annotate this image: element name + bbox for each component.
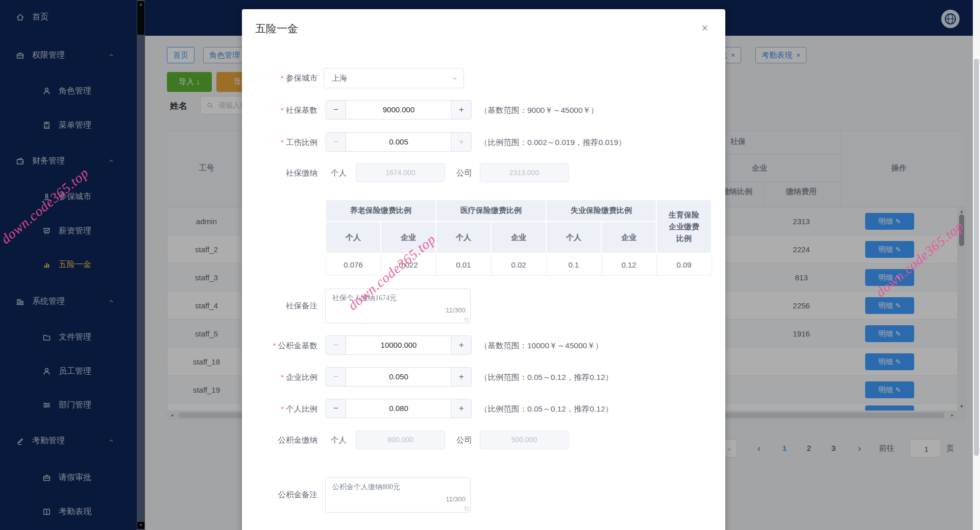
textarea-social_note[interactable]: 社保个人缴纳1674元11/300 (325, 288, 471, 324)
company-label: 公司 (456, 168, 472, 179)
insurance-ratio-table: 养老保险缴费比例医疗保险缴费比例失业保险缴费比例生育保险企业缴费比例个人企业个人… (325, 199, 712, 276)
ratio-value: 0.022 (381, 253, 436, 276)
fund_pay-label: 公积金缴纳 (242, 435, 317, 446)
city-label: *参保城市 (242, 73, 317, 84)
required-asterisk: * (273, 341, 276, 350)
insurance-dialog: 五险一金 × *参保城市 上海 *社保基数−9000.000+（基数范围：900… (242, 9, 725, 530)
number-value: 0.005 (346, 133, 451, 151)
required-asterisk: * (281, 138, 284, 147)
social_pay-label: 社保缴纳 (242, 168, 317, 179)
ratio-value: 0.02 (491, 253, 546, 276)
social_base-label: *社保基数 (242, 105, 317, 116)
number-value: 10000.000 (346, 336, 451, 354)
dialog-title: 五险一金 (255, 21, 298, 36)
note-text: 社保个人缴纳1674元 (332, 294, 397, 303)
person-label: 个人 (331, 435, 347, 446)
range-hint: （比例范围：0.05～0.12，推荐0.12） (480, 372, 613, 383)
decrease-button[interactable]: − (326, 336, 346, 354)
required-asterisk: * (281, 106, 284, 114)
person_ratio-label: *个人比例 (242, 404, 317, 415)
increase-button[interactable]: + (451, 399, 471, 418)
resize-handle-icon[interactable] (464, 507, 469, 511)
ratio-group-header: 失业保险缴费比例 (546, 200, 656, 222)
number-input-injury_ratio: −0.005+ (326, 132, 472, 152)
person-amount-input: 1674.000 (356, 163, 445, 182)
required-asterisk: * (281, 373, 284, 381)
decrease-button[interactable]: − (326, 368, 346, 386)
company-amount-input: 500.000 (480, 430, 569, 449)
range-hint: （比例范围：0.05～0.12，推荐0.12） (480, 404, 613, 415)
range-hint: （基数范围：9000￥～45000￥） (480, 105, 599, 116)
number-input-fund_base: −10000.000+ (326, 335, 472, 355)
decrease-button[interactable]: − (326, 101, 346, 119)
required-asterisk: * (281, 74, 284, 82)
ratio-sub-header: 企业 (601, 222, 656, 253)
ratio-last-header: 生育保险企业缴费比例 (656, 200, 712, 253)
increase-button[interactable]: + (451, 336, 471, 354)
increase-button[interactable]: + (451, 368, 471, 386)
company-label: 公司 (456, 435, 472, 446)
range-hint: （基数范围：10000￥～45000￥） (480, 341, 603, 351)
fund_base-label: *公积金基数 (242, 341, 317, 351)
social_note-label: 社保备注 (242, 301, 317, 311)
close-icon[interactable]: × (698, 21, 712, 35)
chevron-down-icon (451, 75, 458, 82)
number-input-company_ratio: −0.050+ (326, 367, 472, 387)
page-scrollbar[interactable] (973, 0, 980, 530)
fund_note-label: 公积金备注 (242, 490, 317, 500)
person-label: 个人 (331, 168, 347, 179)
ratio-value: 0.12 (601, 253, 656, 276)
ratio-group-header: 医疗保险缴费比例 (436, 200, 546, 222)
number-input-person_ratio: −0.080+ (326, 399, 472, 418)
decrease-button[interactable]: − (326, 133, 346, 151)
required-asterisk: * (281, 404, 284, 413)
ratio-value: 0.076 (326, 253, 381, 276)
ratio-sub-header: 个人 (326, 222, 381, 253)
number-value: 0.050 (346, 368, 451, 386)
char-counter: 11/300 (446, 495, 465, 503)
ratio-sub-header: 个人 (436, 222, 491, 253)
increase-button[interactable]: + (451, 101, 471, 119)
injury_ratio-label: *工伤比例 (242, 137, 317, 148)
ratio-value: 0.09 (656, 253, 712, 276)
company_ratio-label: *企业比例 (242, 372, 317, 383)
ratio-sub-header: 企业 (381, 222, 436, 253)
increase-button[interactable]: + (451, 133, 471, 151)
ratio-group-header: 养老保险缴费比例 (326, 200, 436, 222)
app-root: 首页权限管理角色管理菜单管理财务管理参保城市薪资管理五险一金系统管理文件管理员工… (0, 0, 980, 530)
textarea-fund_note[interactable]: 公积金个人缴纳800元11/300 (325, 477, 471, 513)
number-value: 9000.000 (346, 101, 451, 119)
ratio-value: 0.1 (546, 253, 601, 276)
resize-handle-icon[interactable] (464, 318, 469, 322)
range-hint: （比例范围：0.002～0.019，推荐0.019） (480, 137, 626, 148)
company-amount-input: 2313.000 (480, 163, 569, 182)
page-scroll-thumb[interactable] (974, 59, 979, 456)
city-select[interactable]: 上海 (324, 68, 464, 88)
person-amount-input: 800.000 (356, 430, 445, 449)
ratio-sub-header: 个人 (546, 222, 601, 253)
number-value: 0.080 (346, 399, 451, 418)
note-text: 公积金个人缴纳800元 (332, 483, 400, 492)
ratio-value: 0.01 (436, 253, 491, 276)
number-input-social_base: −9000.000+ (326, 100, 472, 119)
ratio-sub-header: 企业 (491, 222, 546, 253)
char-counter: 11/300 (446, 306, 465, 314)
city-select-value: 上海 (332, 74, 451, 83)
decrease-button[interactable]: − (326, 399, 346, 418)
